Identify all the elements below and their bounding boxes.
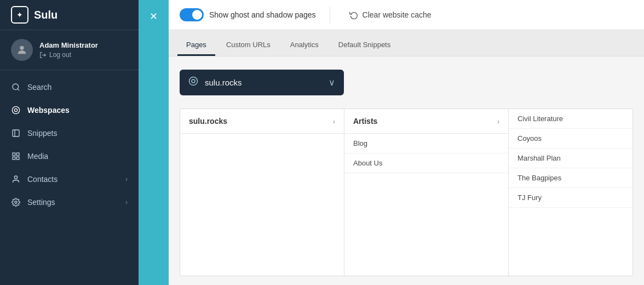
sidebar: ✦ Sulu Adam Ministrator Log out Search — [0, 0, 139, 285]
close-btn-area: ✕ — [139, 0, 169, 285]
tree-col-title: Artists — [353, 117, 377, 126]
settings-icon — [11, 197, 21, 207]
user-section: Adam Ministrator Log out — [0, 30, 139, 70]
ghost-pages-toggle[interactable] — [180, 8, 204, 21]
sidebar-item-label: Contacts — [27, 175, 58, 184]
svg-line-3 — [18, 89, 19, 90]
svg-point-13 — [15, 201, 17, 203]
webspace-chevron-icon: ∨ — [329, 77, 335, 88]
toggle-label: Show ghost and shadow pages — [209, 10, 316, 19]
media-icon — [11, 151, 21, 161]
content-area: sulu.rocks ∨ sulu.rocks › Artists › Blog — [169, 56, 644, 285]
snippets-icon — [11, 128, 21, 138]
main-content: Show ghost and shadow pages Clear websit… — [169, 0, 644, 285]
svg-point-15 — [192, 79, 195, 83]
tree-col-header-artists[interactable]: Artists › — [344, 109, 508, 134]
page-tree: sulu.rocks › Artists › Blog About Us — [180, 109, 633, 276]
clear-cache-button[interactable]: Clear website cache — [344, 7, 437, 22]
sidebar-item-label: Search — [27, 83, 51, 92]
cache-label: Clear website cache — [363, 10, 432, 19]
sidebar-item-label: Media — [27, 152, 48, 161]
tree-col-chevron-icon: › — [333, 117, 335, 126]
topbar-divider — [330, 7, 330, 23]
sidebar-item-contacts[interactable]: Contacts › — [0, 168, 139, 191]
svg-point-12 — [14, 176, 17, 179]
svg-point-5 — [14, 109, 17, 111]
svg-point-14 — [189, 77, 198, 86]
svg-point-4 — [12, 106, 19, 113]
tree-item[interactable]: Marshall Plan — [509, 149, 633, 168]
tree-col-root: sulu.rocks › — [180, 109, 344, 276]
tree-col-title: sulu.rocks — [189, 117, 227, 126]
user-info: Adam Ministrator Log out — [39, 41, 98, 59]
logo-icon: ✦ — [11, 6, 28, 24]
webspace-name: sulu.rocks — [205, 78, 329, 87]
svg-rect-11 — [16, 157, 19, 159]
chevron-right-icon: › — [125, 198, 128, 206]
tree-item[interactable]: About Us — [344, 153, 508, 173]
app-title: Sulu — [34, 9, 58, 21]
close-button[interactable]: ✕ — [146, 9, 162, 24]
tree-col-chevron-icon: › — [497, 117, 499, 126]
user-name: Adam Ministrator — [39, 41, 98, 49]
cache-icon — [349, 10, 358, 19]
tree-item[interactable]: Civil Literature — [509, 109, 633, 129]
topbar: Show ghost and shadow pages Clear websit… — [169, 0, 644, 30]
search-icon — [11, 82, 21, 92]
svg-point-0 — [20, 46, 24, 50]
webspaces-icon — [11, 105, 21, 115]
logout-label: Log out — [49, 51, 71, 59]
tab-analytics[interactable]: Analytics — [281, 35, 327, 56]
sidebar-item-media[interactable]: Media — [0, 145, 139, 168]
webspace-selector[interactable]: sulu.rocks ∨ — [180, 70, 344, 95]
sidebar-item-settings[interactable]: Settings › — [0, 191, 139, 214]
sidebar-item-label: Settings — [27, 198, 55, 207]
tabs-bar: Pages Custom URLs Analytics Default Snip… — [169, 30, 644, 56]
avatar — [11, 39, 33, 61]
tab-custom-urls[interactable]: Custom URLs — [217, 35, 279, 56]
sidebar-item-snippets[interactable]: Snippets — [0, 122, 139, 145]
svg-rect-8 — [13, 153, 15, 156]
chevron-right-icon: › — [125, 175, 128, 183]
tree-item[interactable]: The Bagpipes — [509, 168, 633, 188]
svg-rect-6 — [13, 130, 19, 136]
tree-item[interactable]: Coyoos — [509, 129, 633, 149]
tree-col-header-root[interactable]: sulu.rocks › — [180, 109, 344, 134]
tree-item[interactable]: TJ Fury — [509, 188, 633, 208]
sidebar-item-search[interactable]: Search — [0, 76, 139, 99]
sidebar-logo: ✦ Sulu — [0, 0, 139, 30]
tab-pages[interactable]: Pages — [177, 35, 215, 56]
tab-default-snippets[interactable]: Default Snippets — [330, 35, 399, 56]
sidebar-item-label: Webspaces — [27, 106, 70, 115]
tree-col-artists: Artists › Blog About Us — [344, 109, 509, 276]
nav-items: Search Webspaces Snippets Media — [0, 76, 139, 214]
webspace-selector-icon — [188, 76, 198, 89]
tree-col-sub: Civil Literature Coyoos Marshall Plan Th… — [509, 109, 633, 276]
contacts-icon — [11, 174, 21, 184]
toggle-container: Show ghost and shadow pages — [180, 8, 316, 21]
sidebar-item-label: Snippets — [27, 129, 57, 138]
svg-point-2 — [13, 84, 19, 90]
logout-button[interactable]: Log out — [39, 51, 98, 59]
svg-rect-9 — [16, 153, 19, 156]
svg-rect-10 — [13, 157, 15, 159]
tree-item[interactable]: Blog — [344, 134, 508, 153]
sidebar-item-webspaces[interactable]: Webspaces — [0, 99, 139, 122]
